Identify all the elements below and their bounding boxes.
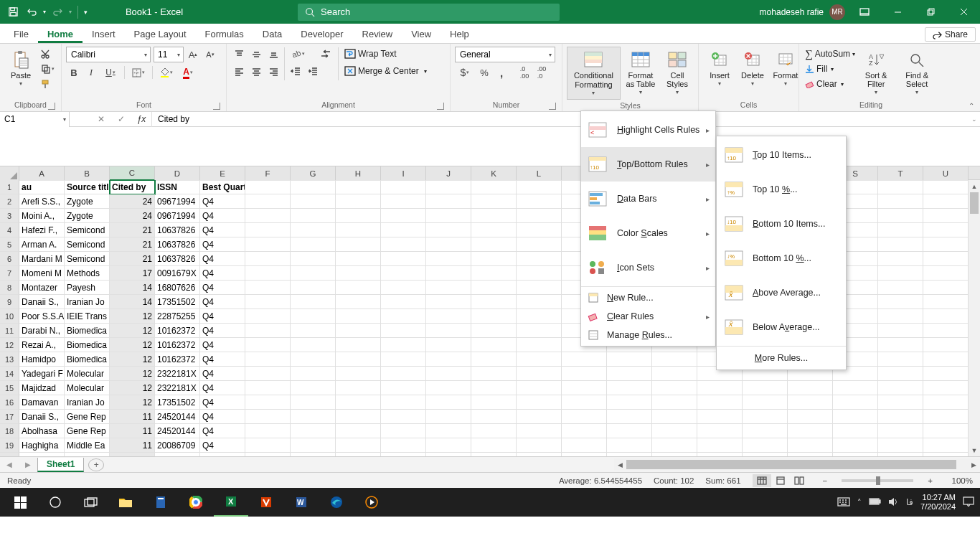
underline-button[interactable]: U▾ <box>100 65 121 80</box>
cell[interactable] <box>788 410 833 424</box>
cell[interactable] <box>878 309 923 324</box>
new-sheet-button[interactable]: + <box>88 458 104 471</box>
scroll-right-arrow[interactable]: ▶ <box>968 461 980 468</box>
cell[interactable]: Cited by <box>110 180 155 194</box>
cell[interactable]: 09671994 <box>155 209 200 223</box>
cell[interactable] <box>607 438 652 453</box>
cell[interactable]: Danaii S., <box>19 410 65 424</box>
cell[interactable] <box>291 180 336 194</box>
cell[interactable] <box>517 194 562 209</box>
cell[interactable] <box>833 410 878 424</box>
cell[interactable]: Biomedica <box>65 352 110 367</box>
cell[interactable] <box>426 367 471 381</box>
cell[interactable] <box>878 281 923 295</box>
cell-styles-button[interactable]: Cell Styles▾ <box>661 47 694 99</box>
cell[interactable] <box>923 453 969 456</box>
cell[interactable] <box>517 295 562 309</box>
alignment-launcher[interactable] <box>437 103 444 110</box>
cell[interactable] <box>607 367 652 381</box>
cell[interactable] <box>336 395 381 410</box>
cell[interactable]: 12 <box>110 324 155 338</box>
cell[interactable] <box>336 352 381 367</box>
cell[interactable] <box>923 252 969 266</box>
tab-insert[interactable]: Insert <box>83 25 125 43</box>
fill-color-button[interactable]: ▾ <box>156 65 176 80</box>
cell[interactable] <box>517 424 562 438</box>
cf-top-bottom[interactable]: ↑10Top/Bottom Rules▸ <box>581 147 715 182</box>
cell[interactable]: 17 <box>110 266 155 281</box>
cf-highlight-cells[interactable]: <Highlight Cells Rules▸ <box>581 113 715 147</box>
minimize-button[interactable] <box>881 0 914 24</box>
cell[interactable] <box>336 381 381 395</box>
row-header[interactable]: 8 <box>0 281 19 295</box>
cell[interactable]: Iranian Jo <box>65 395 110 410</box>
cell[interactable]: au <box>19 180 65 194</box>
cell[interactable] <box>923 338 969 352</box>
row-header[interactable]: 18 <box>0 424 19 438</box>
cell[interactable]: 11 <box>110 410 155 424</box>
cell[interactable] <box>743 410 788 424</box>
tb-more-rules[interactable]: More Rules... <box>717 348 846 368</box>
cell[interactable] <box>471 352 517 367</box>
redo-dropdown[interactable]: ▾ <box>69 9 72 15</box>
cell[interactable] <box>878 266 923 281</box>
cell[interactable] <box>291 281 336 295</box>
cell[interactable]: 21 <box>110 237 155 252</box>
cell[interactable] <box>878 295 923 309</box>
cell[interactable] <box>381 223 426 237</box>
cell[interactable] <box>652 352 697 367</box>
cell[interactable] <box>923 180 969 194</box>
cell[interactable] <box>471 424 517 438</box>
format-painter-button[interactable] <box>37 77 53 91</box>
taskbar-chrome[interactable] <box>179 488 213 517</box>
accounting-button[interactable]: $▾ <box>455 65 475 80</box>
cell[interactable] <box>562 352 607 367</box>
cell[interactable] <box>471 338 517 352</box>
cell[interactable]: 2322181X <box>155 367 200 381</box>
taskbar-word[interactable]: W <box>284 488 319 517</box>
wrap-text-button[interactable]: Wrap Text <box>343 47 429 61</box>
cell[interactable] <box>878 209 923 223</box>
row-header[interactable]: 4 <box>0 223 19 237</box>
cell[interactable]: 12 <box>110 395 155 410</box>
cell[interactable] <box>291 295 336 309</box>
cell[interactable]: 0091679X <box>155 266 200 281</box>
cell[interactable]: Best Quartile <box>200 180 245 194</box>
cell[interactable]: Q4 <box>200 438 245 453</box>
insert-cells-button[interactable]: Insert▾ <box>703 47 736 90</box>
cell[interactable] <box>381 381 426 395</box>
column-header-L[interactable]: L <box>517 166 562 181</box>
row-header[interactable]: 5 <box>0 237 19 252</box>
taskbar-app-1[interactable] <box>143 488 178 517</box>
cell[interactable] <box>336 453 381 456</box>
cell[interactable] <box>381 338 426 352</box>
cell[interactable] <box>471 194 517 209</box>
cell[interactable]: 20086709 <box>155 438 200 453</box>
format-cells-button[interactable]: Format▾ <box>769 47 802 90</box>
cell[interactable] <box>743 381 788 395</box>
decrease-indent-button[interactable] <box>288 64 303 78</box>
horizontal-scrollbar[interactable]: ◀ ▶ <box>614 458 980 471</box>
cell[interactable] <box>426 194 471 209</box>
confirm-formula-button[interactable]: ✓ <box>111 112 131 127</box>
cell[interactable] <box>291 194 336 209</box>
cell[interactable] <box>788 395 833 410</box>
italic-button[interactable]: I <box>83 65 99 80</box>
cell[interactable] <box>471 281 517 295</box>
cell[interactable] <box>697 395 743 410</box>
cell[interactable] <box>517 281 562 295</box>
font-launcher[interactable] <box>213 103 220 110</box>
tab-review[interactable]: Review <box>353 25 402 43</box>
cell[interactable] <box>291 352 336 367</box>
cell[interactable] <box>923 352 969 367</box>
cell[interactable] <box>923 381 969 395</box>
cell[interactable] <box>426 223 471 237</box>
cell[interactable]: Physics of <box>65 453 110 456</box>
cell[interactable] <box>607 424 652 438</box>
cell[interactable] <box>381 281 426 295</box>
cell[interactable] <box>743 395 788 410</box>
cell[interactable]: Montazer <box>19 281 65 295</box>
cell[interactable] <box>291 223 336 237</box>
cell[interactable] <box>245 281 291 295</box>
row-header[interactable]: 10 <box>0 309 19 324</box>
